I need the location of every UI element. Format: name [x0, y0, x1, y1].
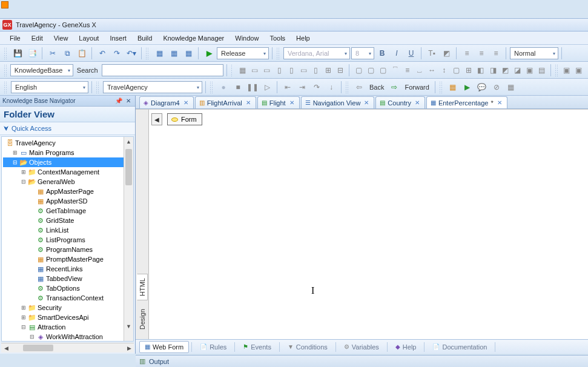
- tree-item[interactable]: ⚙LinkList: [3, 225, 132, 235]
- distribute-h-icon[interactable]: ↔: [426, 64, 437, 77]
- table-icon[interactable]: ▦: [237, 64, 248, 77]
- cell-props-icon[interactable]: ▢: [353, 64, 364, 77]
- toolbar-grip[interactable]: [439, 81, 443, 93]
- tab-close-icon[interactable]: ✕: [288, 99, 296, 106]
- btab-web-form[interactable]: ▦Web Form: [139, 341, 189, 353]
- cut-button[interactable]: ✂: [46, 47, 59, 60]
- delete-col-icon[interactable]: ▯: [311, 64, 322, 77]
- align-left-button[interactable]: ≡: [460, 47, 474, 60]
- window-layout-2-icon[interactable]: ▣: [573, 64, 584, 77]
- model-combo[interactable]: TravelAgency: [103, 81, 202, 93]
- save-button[interactable]: 💾: [11, 47, 24, 60]
- tree-objects[interactable]: ⊟📂Objects: [3, 157, 132, 167]
- bold-button[interactable]: B: [375, 47, 389, 60]
- undo-dropdown[interactable]: ↶▾: [125, 47, 138, 60]
- table-props-icon[interactable]: ▢: [377, 64, 388, 77]
- tab-enter-percentage[interactable]: ▦ EnterPercentage* ✕: [426, 96, 507, 108]
- build-button[interactable]: ▦: [153, 47, 166, 60]
- window-layout-1-icon[interactable]: ▣: [561, 64, 572, 77]
- tree-item[interactable]: ⚙GridState: [3, 216, 132, 225]
- tree-item[interactable]: ⚙ListPrograms: [3, 235, 132, 245]
- toolbar-grip[interactable]: [4, 81, 7, 93]
- scroll-up-icon[interactable]: ▲: [124, 137, 133, 147]
- copy-button[interactable]: ⧉: [61, 47, 74, 60]
- distribute-v-icon[interactable]: ↕: [438, 64, 449, 77]
- btab-events[interactable]: ⚑Events: [237, 341, 277, 353]
- collapse-icon[interactable]: ⊟: [12, 159, 18, 165]
- tree-item[interactable]: ▦AppMasterPage: [3, 187, 132, 196]
- scroll-left-icon[interactable]: ◀: [1, 345, 11, 351]
- menu-edit[interactable]: Edit: [27, 33, 48, 44]
- tool-icon-2[interactable]: ▶: [461, 81, 474, 94]
- menu-window[interactable]: Window: [230, 33, 263, 44]
- toolbar-grip[interactable]: [555, 64, 558, 76]
- tab-flight[interactable]: ▤ Flight ✕: [257, 96, 300, 108]
- tab-close-icon[interactable]: ✕: [363, 99, 370, 106]
- italic-button[interactable]: I: [390, 47, 403, 60]
- tree-item[interactable]: ⚙GetTabImage: [3, 206, 132, 216]
- tree-smart-devices[interactable]: ⊞📁SmartDevicesApi: [3, 312, 132, 322]
- nav-back-label[interactable]: Back: [367, 84, 386, 91]
- tab-close-icon[interactable]: ✕: [245, 99, 252, 106]
- toolbar-grip[interactable]: [345, 81, 349, 93]
- scroll-down-icon[interactable]: ▼: [124, 322, 133, 331]
- menu-help[interactable]: Help: [291, 33, 315, 44]
- collapse-icon[interactable]: ⊟: [20, 179, 27, 185]
- back-color-button[interactable]: ◩: [440, 47, 453, 60]
- tree-work-with[interactable]: ⊟◈WorkWithAttraction: [3, 332, 132, 342]
- scroll-thumb[interactable]: [125, 149, 132, 185]
- quick-access-toggle[interactable]: ⮟ Quick Access: [0, 122, 135, 135]
- menu-view[interactable]: View: [49, 33, 73, 44]
- layout-icon-3[interactable]: ◩: [500, 64, 510, 77]
- tree-item[interactable]: ▦PromptMasterPage: [3, 254, 132, 264]
- menu-knowledge-manager[interactable]: Knowledge Manager: [158, 33, 229, 44]
- outdent-button[interactable]: ⇤: [281, 81, 294, 94]
- grid-icon[interactable]: ⊞: [463, 64, 474, 77]
- pause-button[interactable]: ❚❚: [246, 81, 259, 94]
- align-bottom-icon[interactable]: ⎵: [414, 64, 425, 77]
- tool-icon-1[interactable]: ▦: [446, 81, 460, 94]
- search-input[interactable]: [102, 64, 223, 76]
- nav-forward-icon[interactable]: ⇨: [388, 81, 401, 94]
- tree-item[interactable]: ⚙TransactionContext: [3, 293, 132, 303]
- language-combo[interactable]: English: [11, 81, 88, 93]
- border-icon[interactable]: ▢: [451, 64, 461, 77]
- stop-button[interactable]: ■: [231, 81, 245, 94]
- tree-horizontal-scrollbar[interactable]: ◀ ▶: [1, 343, 134, 352]
- row-props-icon[interactable]: ▢: [365, 64, 376, 77]
- design-canvas[interactable]: ◀ Form I: [149, 110, 588, 339]
- btab-documentation[interactable]: 📄Documentation: [427, 341, 492, 353]
- tab-close-icon[interactable]: ✕: [182, 99, 190, 106]
- toolbar-grip[interactable]: [145, 47, 149, 59]
- toolbar-grip[interactable]: [231, 64, 234, 76]
- toolbar-grip[interactable]: [210, 81, 213, 93]
- collapse-icon[interactable]: ⊟: [28, 334, 35, 340]
- build-run-button[interactable]: ▦: [182, 47, 195, 60]
- expand-icon[interactable]: ⊞: [20, 314, 27, 320]
- toolbar-grip[interactable]: [4, 47, 7, 59]
- side-tab-design[interactable]: Design: [137, 305, 147, 333]
- rebuild-button[interactable]: ▦: [167, 47, 180, 60]
- layout-icon-4[interactable]: ◪: [512, 64, 523, 77]
- form-chip[interactable]: Form: [167, 113, 202, 125]
- tree-context-mgmt[interactable]: ⊞📁ContextManagement: [3, 167, 132, 177]
- step-over-button[interactable]: ↷: [310, 81, 323, 94]
- insert-row-above-icon[interactable]: ▭: [249, 64, 260, 77]
- menu-insert[interactable]: Insert: [105, 33, 131, 44]
- tree-security[interactable]: ⊞📁Security: [3, 303, 132, 312]
- delete-row-icon[interactable]: ▭: [298, 64, 309, 77]
- layout-icon-1[interactable]: ◧: [475, 64, 486, 77]
- scroll-right-icon[interactable]: ▶: [124, 345, 134, 351]
- align-top-icon[interactable]: ⎴: [389, 64, 400, 77]
- canvas-nav-left[interactable]: ◀: [151, 113, 162, 125]
- indent-button[interactable]: ⇥: [296, 81, 309, 94]
- tree-root[interactable]: 🗄TravelAgency: [3, 138, 132, 148]
- tab-close-icon[interactable]: ✕: [496, 99, 503, 106]
- layout-icon-2[interactable]: ◨: [487, 64, 498, 77]
- tree-item[interactable]: ▦RecentLinks: [3, 264, 132, 274]
- style-combo[interactable]: Normal: [510, 47, 558, 59]
- toolbar-grip[interactable]: [276, 47, 280, 59]
- insert-row-below-icon[interactable]: ▭: [262, 64, 273, 77]
- insert-col-right-icon[interactable]: ▯: [286, 64, 297, 77]
- tool-icon-4[interactable]: ⊘: [490, 81, 503, 94]
